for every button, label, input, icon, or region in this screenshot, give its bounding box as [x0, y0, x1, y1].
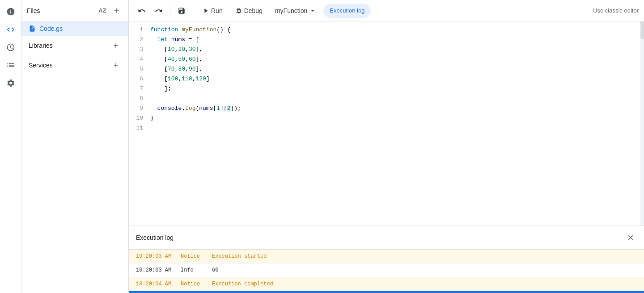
- code-line-11: [150, 123, 637, 133]
- line-num-6: 6: [129, 74, 143, 84]
- execution-log-label: Execution log: [330, 7, 364, 14]
- debug-label: Debug: [244, 7, 263, 14]
- log-title: Execution log: [136, 234, 174, 241]
- services-section[interactable]: Services: [21, 55, 128, 75]
- libraries-label: Libraries: [29, 42, 53, 49]
- log-level-2: Info: [181, 267, 212, 273]
- sidebar: Files AZ Code.gs Libraries Servic: [21, 0, 129, 293]
- code-line-2: let nums = [: [150, 35, 637, 45]
- sort-files-button[interactable]: AZ: [96, 4, 109, 17]
- log-close-button[interactable]: [624, 231, 637, 244]
- log-timestamp-3: 10:20:04 AM: [136, 281, 181, 287]
- active-file-name: Code.gs: [39, 25, 63, 32]
- log-level-1: Notice: [181, 253, 212, 260]
- code-nav-button[interactable]: [3, 21, 19, 38]
- files-title: Files: [27, 7, 40, 14]
- save-button[interactable]: [174, 4, 189, 18]
- code-line-1: function myFunction() {: [150, 25, 637, 35]
- undo-button[interactable]: [134, 4, 149, 18]
- log-entry-2: 10:20:03 AM Info 60: [129, 264, 644, 277]
- log-header: Execution log: [129, 226, 644, 250]
- code-lines: function myFunction() { let nums = [ [10…: [150, 25, 644, 133]
- blue-bottom-bar: [129, 291, 644, 293]
- line-num-7: 7: [129, 84, 143, 94]
- line-num-2: 2: [129, 35, 143, 45]
- execution-log-button[interactable]: Execution log: [323, 4, 371, 18]
- clock-nav-button[interactable]: [3, 39, 19, 55]
- line-num-11: 11: [129, 123, 143, 133]
- debug-button[interactable]: Debug: [230, 4, 268, 18]
- log-entry-1: 10:20:03 AM Notice Execution started: [129, 250, 644, 264]
- line-num-4: 4: [129, 54, 143, 64]
- scrollbar[interactable]: [640, 21, 644, 226]
- toolbar-left: Run Debug myFunction Execution log: [134, 4, 591, 18]
- settings-nav-button[interactable]: [3, 75, 19, 91]
- files-header-actions: AZ: [96, 4, 123, 17]
- code-line-8: [150, 94, 637, 104]
- info-nav-button[interactable]: [3, 4, 19, 20]
- log-message-3: Execution completed: [212, 281, 273, 287]
- line-num-8: 8: [129, 94, 143, 104]
- list-nav-button[interactable]: [3, 57, 19, 73]
- code-line-6: [100,110,120]: [150, 74, 637, 84]
- add-library-button[interactable]: [110, 40, 121, 51]
- line-num-1: 1: [129, 25, 143, 35]
- toolbar-right: Use classic editor: [593, 7, 639, 14]
- code-line-9: console.log(nums[1][2]);: [150, 104, 637, 113]
- log-message-2: 60: [212, 267, 218, 273]
- line-numbers: 1 2 3 4 5 6 7 8 9 10 11: [129, 25, 150, 133]
- code-line-3: [10,20,30],: [150, 45, 637, 54]
- code-line-7: ];: [150, 84, 637, 94]
- icon-rail: [0, 0, 21, 293]
- function-name: myFunction: [275, 7, 307, 14]
- log-level-3: Notice: [181, 281, 212, 287]
- toolbar-divider-1: [170, 5, 170, 16]
- classic-editor-link[interactable]: Use classic editor: [593, 7, 639, 14]
- files-header: Files AZ: [21, 0, 128, 21]
- add-service-button[interactable]: [110, 60, 121, 71]
- code-line-4: [40,50,60],: [150, 54, 637, 64]
- main-area: Run Debug myFunction Execution log Use c…: [129, 0, 644, 293]
- add-file-button[interactable]: [110, 4, 123, 17]
- line-num-3: 3: [129, 45, 143, 54]
- log-message-1: Execution started: [212, 253, 267, 260]
- run-button[interactable]: Run: [197, 4, 228, 18]
- services-label: Services: [29, 62, 53, 69]
- toolbar-divider-2: [193, 5, 193, 16]
- code-line-10: }: [150, 113, 637, 123]
- scrollbar-thumb: [640, 21, 644, 39]
- line-num-9: 9: [129, 104, 143, 113]
- log-timestamp-2: 10:20:03 AM: [136, 267, 181, 273]
- run-label: Run: [211, 7, 223, 14]
- execution-log-panel: Execution log 10:20:03 AM Notice Executi…: [129, 226, 644, 293]
- code-line-5: [70,80,90],: [150, 64, 637, 74]
- log-entries: 10:20:03 AM Notice Execution started 10:…: [129, 250, 644, 291]
- log-entry-3: 10:20:04 AM Notice Execution completed: [129, 277, 644, 291]
- active-file-item[interactable]: Code.gs: [21, 21, 128, 36]
- toolbar: Run Debug myFunction Execution log Use c…: [129, 0, 644, 21]
- line-num-5: 5: [129, 64, 143, 74]
- function-selector[interactable]: myFunction: [270, 4, 322, 18]
- log-timestamp-1: 10:20:03 AM: [136, 253, 181, 260]
- redo-button[interactable]: [151, 4, 166, 18]
- line-num-10: 10: [129, 113, 143, 123]
- code-content: 1 2 3 4 5 6 7 8 9 10 11 function myFunct…: [129, 21, 644, 137]
- libraries-section[interactable]: Libraries: [21, 36, 128, 55]
- code-editor[interactable]: 1 2 3 4 5 6 7 8 9 10 11 function myFunct…: [129, 21, 644, 226]
